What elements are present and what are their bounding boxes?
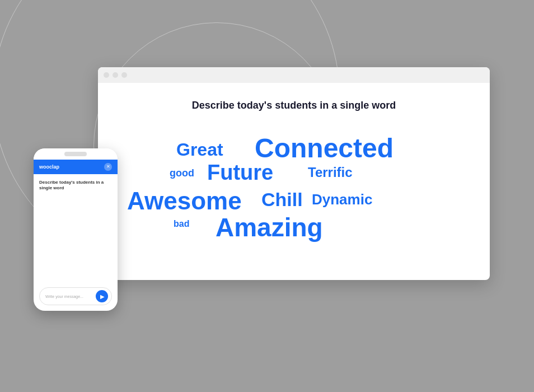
bar-dot-2 bbox=[113, 72, 118, 78]
phone-logo: wooclap bbox=[39, 164, 59, 170]
phone: wooclap ✕ Describe today's students in a… bbox=[34, 148, 118, 311]
word-chill: Chill bbox=[261, 189, 303, 211]
phone-header: wooclap ✕ bbox=[34, 160, 118, 174]
bar-dot-1 bbox=[104, 72, 109, 78]
phone-status-bar bbox=[34, 148, 118, 160]
phone-input-area[interactable]: Write your message... ▶ bbox=[39, 287, 112, 305]
word-dynamic: Dynamic bbox=[312, 191, 372, 208]
bar-dot-3 bbox=[121, 72, 127, 78]
phone-body: Describe today's students in a single wo… bbox=[34, 174, 118, 311]
presentation-title: Describe today's students in a single wo… bbox=[120, 100, 467, 111]
close-icon: ✕ bbox=[106, 165, 110, 169]
word-great: Great bbox=[176, 139, 223, 160]
word-connected: Connected bbox=[255, 133, 394, 164]
word-bad: bad bbox=[174, 219, 189, 229]
word-awesome: Awesome bbox=[127, 187, 242, 215]
phone-close-button[interactable]: ✕ bbox=[104, 163, 112, 171]
word-amazing: Amazing bbox=[216, 212, 323, 242]
presentation-bar bbox=[98, 67, 490, 83]
word-terrific: Terrific bbox=[308, 165, 353, 180]
presentation-screen: Describe today's students in a single wo… bbox=[98, 67, 490, 280]
phone-message-input[interactable]: Write your message... bbox=[45, 295, 96, 298]
word-cloud: Great Connected good Future Terrific Awe… bbox=[120, 128, 467, 263]
phone-send-button[interactable]: ▶ bbox=[96, 290, 108, 302]
presentation-content: Describe today's students in a single wo… bbox=[98, 83, 490, 280]
send-icon: ▶ bbox=[100, 293, 105, 300]
phone-question: Describe today's students in a single wo… bbox=[39, 180, 112, 192]
word-good: good bbox=[170, 167, 194, 179]
word-future: Future bbox=[207, 161, 273, 185]
phone-notch bbox=[64, 152, 87, 156]
